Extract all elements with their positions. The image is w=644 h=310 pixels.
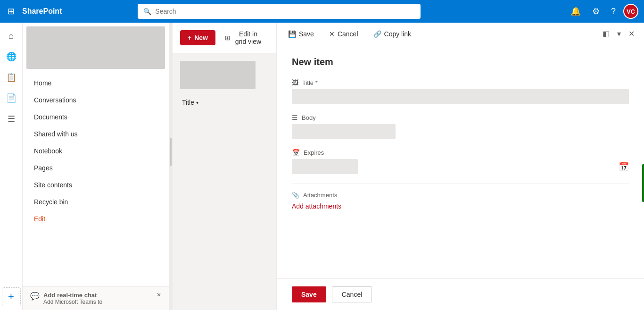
save-icon: 💾 (288, 30, 296, 38)
main-layout: ⌂ 🌐 📋 📄 ☰ + Home Conversations Documents… (0, 0, 644, 310)
expires-field-label: Expires (304, 149, 324, 156)
list-toolbar: + New ⊞ Edit in grid view (173, 23, 276, 53)
link-icon: 🔗 (373, 30, 381, 38)
chat-label: Add real-time chat (43, 292, 102, 299)
expires-input[interactable] (292, 159, 358, 174)
expires-field: 📅 Expires 📅 (292, 149, 629, 174)
form-cancel-label: Cancel (338, 30, 358, 38)
bottom-panel-close-btn[interactable]: ✕ (157, 292, 161, 298)
form-close-btn[interactable]: ✕ (627, 27, 636, 40)
form-footer: Save Cancel (277, 278, 644, 310)
nav-item-edit[interactable]: Edit (23, 210, 169, 227)
top-navigation: ⊞ SharePoint 🔍 🔔 ⚙ ? VC (0, 0, 644, 23)
sidebar-home-icon[interactable]: ⌂ (2, 26, 21, 45)
bottom-panel: ✕ 💬 Add real-time chat Add Microsoft Tea… (23, 286, 169, 310)
nav-item-home[interactable]: Home (23, 75, 169, 92)
title-field: 🖼 Title * (292, 79, 629, 104)
paperclip-icon: 📎 (292, 192, 299, 199)
app-title: SharePoint (22, 7, 62, 16)
form-copy-link-label: Copy link (384, 30, 412, 38)
settings-icon[interactable]: ⚙ (588, 4, 603, 18)
form-dropdown-btn[interactable]: ▾ (615, 27, 623, 40)
nav-item-conversations[interactable]: Conversations (23, 92, 169, 109)
nav-item-recycle-bin[interactable]: Recycle bin (23, 193, 169, 210)
nav-item-site-contents[interactable]: Site contents (23, 176, 169, 193)
nav-item-documents[interactable]: Documents (23, 109, 169, 126)
body-field-label: Body (302, 114, 316, 121)
waffle-icon[interactable]: ⊞ (6, 4, 17, 18)
green-accent-bar (642, 164, 644, 202)
scroll-thumb (170, 138, 172, 166)
cancel-icon: ✕ (329, 30, 335, 38)
form-toolbar: 💾 Save ✕ Cancel 🔗 Copy link ◧ ▾ ✕ (277, 23, 644, 45)
sidebar-page-icon[interactable]: 📄 (2, 89, 21, 108)
nav-item-pages[interactable]: Pages (23, 159, 169, 176)
new-button-label: New (194, 34, 208, 42)
expires-field-label-row: 📅 Expires (292, 149, 629, 156)
form-save-toolbar-btn[interactable]: 💾 Save (284, 28, 318, 40)
main-content: + New ⊞ Edit in grid view Title ▾ (173, 23, 276, 310)
expires-row: 📅 (292, 159, 629, 174)
list-area: Title ▾ (173, 53, 276, 310)
search-icon: 🔍 (143, 8, 151, 15)
title-column-label: Title (182, 99, 194, 106)
user-avatar[interactable]: VC (623, 4, 638, 19)
form-toolbar-right: ◧ ▾ ✕ (601, 27, 636, 40)
nav-item-notebook[interactable]: Notebook (23, 142, 169, 159)
scroll-track[interactable] (169, 23, 173, 310)
title-input[interactable] (292, 89, 629, 104)
edit-grid-view-button[interactable]: ⊞ Edit in grid view (219, 26, 269, 49)
chat-sub-label: Add Microsoft Teams to (43, 299, 102, 305)
top-nav-actions: 🔔 ⚙ ? VC (567, 4, 638, 19)
notification-icon[interactable]: 🔔 (567, 4, 585, 18)
form-title: New item (292, 57, 629, 67)
icon-sidebar: ⌂ 🌐 📋 📄 ☰ + (0, 23, 23, 310)
grid-icon: ⊞ (225, 34, 231, 42)
attachments-section: 📎 Attachments Add attachments (292, 184, 629, 218)
sidebar-globe-icon[interactable]: 🌐 (2, 47, 21, 66)
body-field-label-row: ☰ Body (292, 114, 629, 121)
body-field-icon: ☰ (292, 114, 298, 121)
body-field: ☰ Body (292, 114, 629, 139)
title-column-header[interactable]: Title ▾ (180, 95, 269, 110)
form-view-toggle-btn[interactable]: ◧ (601, 27, 611, 40)
attachments-label: Attachments (303, 192, 337, 199)
site-navigation: Home Conversations Documents Shared with… (23, 73, 169, 286)
add-attachments-btn[interactable]: Add attachments (292, 202, 341, 210)
content-area: Home Conversations Documents Shared with… (23, 23, 644, 310)
sidebar-notes-icon[interactable]: 📋 (2, 68, 21, 87)
sidebar-add-icon[interactable]: + (2, 287, 21, 306)
nav-item-shared-with-us[interactable]: Shared with us (23, 126, 169, 142)
help-icon[interactable]: ? (607, 5, 619, 18)
sort-chevron-icon: ▾ (196, 100, 198, 105)
list-placeholder-thumbnail (180, 61, 256, 89)
attachments-label-row: 📎 Attachments (292, 192, 629, 199)
search-input[interactable] (155, 8, 415, 15)
search-bar[interactable]: 🔍 (138, 4, 421, 19)
form-content: New item 🖼 Title * ☰ Body (277, 45, 644, 278)
teams-icon: 💬 (30, 292, 40, 301)
form-copy-link-btn[interactable]: 🔗 Copy link (370, 28, 415, 40)
calendar-field-icon: 📅 (292, 149, 300, 156)
form-cancel-btn[interactable]: Cancel (332, 286, 372, 302)
edit-grid-label: Edit in grid view (233, 30, 263, 45)
site-panel: Home Conversations Documents Shared with… (23, 23, 169, 310)
body-input[interactable] (292, 124, 396, 139)
title-field-label: Title * (302, 79, 318, 86)
new-button[interactable]: + New (180, 30, 215, 45)
form-panel: 💾 Save ✕ Cancel 🔗 Copy link ◧ ▾ ✕ (276, 23, 644, 310)
title-field-label-row: 🖼 Title * (292, 79, 629, 86)
form-cancel-toolbar-btn[interactable]: ✕ Cancel (325, 28, 362, 40)
form-save-label: Save (299, 30, 314, 38)
form-save-btn[interactable]: Save (292, 286, 326, 302)
sidebar-list-icon[interactable]: ☰ (2, 109, 21, 128)
site-banner (26, 26, 165, 69)
calendar-picker-btn[interactable]: 📅 (619, 161, 629, 172)
title-field-icon: 🖼 (292, 79, 298, 86)
plus-icon: + (188, 34, 191, 42)
